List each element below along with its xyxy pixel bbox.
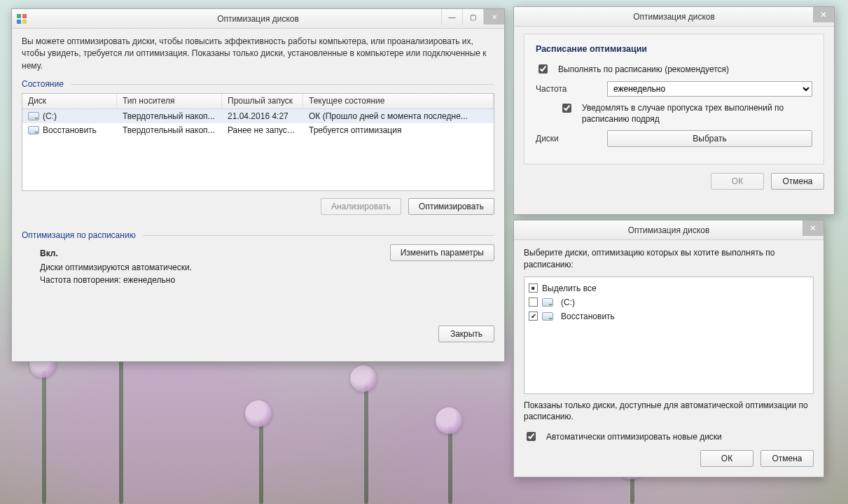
drive-icon (28, 112, 39, 120)
optimize-button[interactable]: Оптимизировать (408, 198, 494, 215)
ok-button[interactable]: ОК (700, 450, 753, 467)
svg-rect-0 (17, 14, 21, 18)
window-title: Оптимизация дисков (514, 225, 823, 235)
list-item[interactable]: Восстановить (529, 309, 809, 323)
window-title: Оптимизация дисков (12, 14, 504, 24)
close-window-button[interactable]: Закрыть (438, 326, 494, 342)
ok-button[interactable]: ОК (711, 173, 764, 190)
col-status[interactable]: Текущее состояние (303, 94, 494, 108)
maximize-button[interactable]: ▢ (462, 9, 483, 24)
schedule-group: Расписание оптимизации Выполнять по расп… (524, 34, 824, 164)
titlebar[interactable]: Оптимизация дисков ✕ (514, 7, 834, 27)
select-all-item[interactable]: Выделить все (529, 281, 809, 295)
schedule-frequency-text: Частота повторения: еженедельно (40, 275, 390, 285)
window-optimize-main: Оптимизация дисков — ▢ ✕ Вы можете оптим… (11, 8, 505, 362)
cancel-button[interactable]: Отмена (760, 450, 814, 467)
disk-checkbox[interactable] (529, 312, 538, 321)
disks-label: Диски (536, 134, 599, 144)
titlebar[interactable]: Оптимизация дисков ✕ (514, 220, 823, 240)
svg-rect-2 (17, 20, 21, 24)
listview-header[interactable]: Диск Тип носителя Прошлый запуск Текущее… (22, 94, 494, 109)
choose-disk-list[interactable]: Выделить все (C:) Восстановить (524, 276, 814, 394)
dialog-schedule-settings: Оптимизация дисков ✕ Расписание оптимиза… (513, 6, 835, 215)
table-row[interactable]: (C:) Твердотельный накоп... 21.04.2016 4… (22, 109, 494, 123)
choose-prompt: Выберите диски, оптимизацию которых вы х… (524, 247, 814, 271)
schedule-section-label: Оптимизация по расписанию (22, 230, 136, 240)
col-disk[interactable]: Диск (22, 94, 117, 108)
notify-miss-label: Уведомлять в случае пропуска трех выполн… (582, 102, 812, 125)
frequency-select[interactable]: еженедельно (607, 81, 812, 97)
close-button[interactable]: ✕ (483, 9, 504, 24)
schedule-auto-text: Диски оптимизируются автоматически. (40, 262, 390, 272)
col-lastrun[interactable]: Прошлый запуск (222, 94, 303, 108)
description-text: Вы можете оптимизировать диски, чтобы по… (22, 36, 494, 72)
choose-note: Показаны только диски, доступные для авт… (524, 400, 814, 424)
change-settings-button[interactable]: Изменить параметры (390, 244, 494, 261)
window-title: Оптимизация дисков (514, 12, 834, 22)
analyze-button[interactable]: Анализировать (321, 198, 401, 215)
auto-new-label: Автоматически оптимизировать новые диски (546, 432, 722, 442)
list-item[interactable]: (C:) (529, 295, 809, 309)
dialog-choose-disks: Оптимизация дисков ✕ Выберите диски, опт… (513, 220, 824, 477)
svg-rect-3 (22, 20, 27, 24)
drive-icon (542, 298, 553, 307)
frequency-label: Частота (536, 84, 599, 94)
select-all-checkbox[interactable] (529, 284, 538, 293)
close-button[interactable]: ✕ (802, 220, 823, 236)
cancel-button[interactable]: Отмена (771, 173, 824, 190)
select-all-label: Выделить все (542, 284, 597, 293)
drive-listview[interactable]: Диск Тип носителя Прошлый запуск Текущее… (22, 93, 494, 191)
run-on-schedule-checkbox[interactable] (538, 64, 548, 74)
col-type[interactable]: Тип носителя (117, 94, 222, 108)
run-on-schedule-label: Выполнять по расписанию (рекомендуется) (558, 64, 729, 74)
schedule-state: Вкл. (40, 248, 390, 258)
notify-miss-checkbox[interactable] (562, 104, 571, 113)
auto-new-checkbox[interactable] (527, 432, 536, 441)
close-button[interactable]: ✕ (813, 7, 834, 22)
svg-rect-1 (22, 14, 27, 18)
disk-checkbox[interactable] (529, 298, 538, 307)
choose-disks-button[interactable]: Выбрать (607, 130, 812, 147)
titlebar[interactable]: Оптимизация дисков — ▢ ✕ (12, 9, 504, 29)
state-section-label: Состояние (22, 79, 64, 89)
defrag-icon (16, 13, 27, 24)
drive-icon (542, 312, 553, 321)
schedule-heading: Расписание оптимизации (536, 44, 812, 54)
drive-icon (28, 126, 39, 134)
minimize-button[interactable]: — (441, 9, 462, 24)
table-row[interactable]: Восстановить Твердотельный накоп... Ране… (22, 123, 494, 137)
